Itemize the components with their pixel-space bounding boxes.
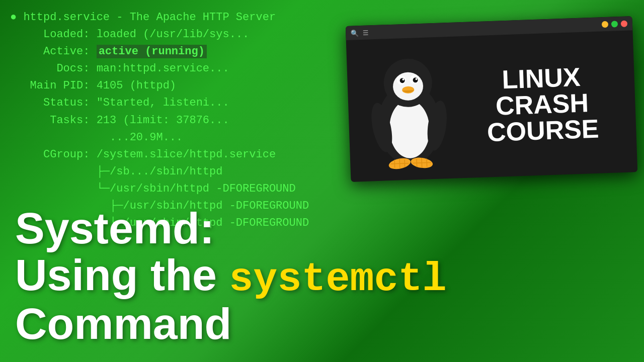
close-button[interactable]: [621, 20, 627, 27]
svg-line-20: [417, 159, 417, 167]
svg-line-18: [405, 159, 405, 167]
floating-window: 🔍 ☰: [346, 16, 637, 182]
lcc-title: LINUX CRASH COURSE: [485, 63, 600, 146]
window-content: LINUX CRASH COURSE: [346, 30, 637, 182]
menu-icon[interactable]: ☰: [363, 29, 369, 36]
svg-line-21: [422, 158, 422, 168]
tux-penguin-area: [356, 47, 461, 171]
window-controls: [602, 20, 627, 28]
svg-line-17: [399, 158, 400, 168]
search-icon[interactable]: 🔍: [351, 29, 359, 37]
minimize-button[interactable]: [602, 21, 608, 27]
svg-line-22: [427, 159, 427, 167]
maximize-button[interactable]: [611, 21, 618, 27]
svg-line-16: [394, 160, 395, 168]
lcc-line3: COURSE: [487, 116, 599, 146]
tux-penguin-svg: [361, 47, 456, 171]
titlebar-left-icons: 🔍 ☰: [351, 29, 369, 37]
linux-crash-course-text-area: LINUX CRASH COURSE: [458, 62, 626, 146]
